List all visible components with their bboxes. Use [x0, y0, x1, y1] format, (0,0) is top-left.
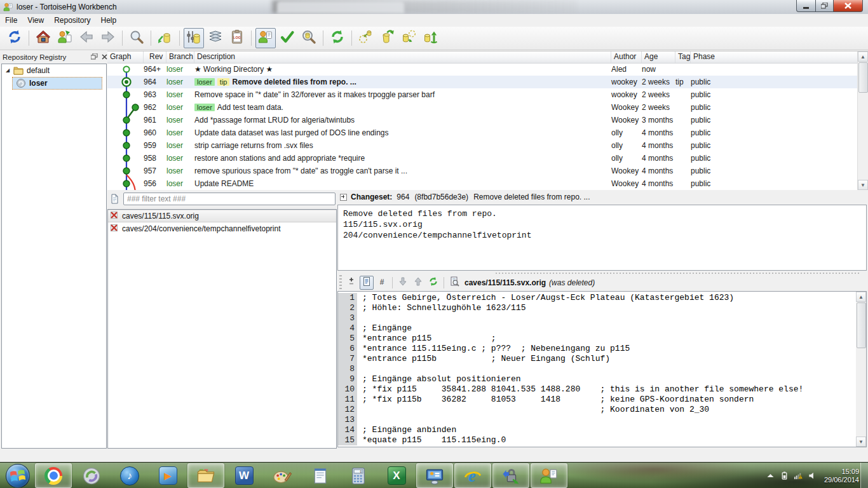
code-line: 15*equate p115 115.115eing.0: [338, 435, 856, 445]
paint-taskbar-button[interactable]: [264, 463, 301, 488]
changeset-summary: Remove deleted files from repo. ...: [473, 193, 590, 201]
itunes-taskbar-button[interactable]: ♪: [111, 463, 148, 488]
chevron-up-icon[interactable]: [766, 471, 775, 480]
menu-item-file[interactable]: File: [0, 15, 22, 26]
search-button[interactable]: [126, 28, 147, 48]
scrollbar-thumb[interactable]: [858, 62, 868, 93]
remote-desktop-taskbar-button[interactable]: [416, 463, 453, 488]
show-desktop-button[interactable]: [860, 463, 868, 488]
revision-row-960[interactable]: 960loserUpdate data dataset was last pur…: [107, 126, 858, 139]
revision-row-958[interactable]: 958loserrestore anon stations and add ap…: [107, 152, 858, 165]
pull-button[interactable]: [377, 28, 398, 48]
scroll-down-icon[interactable]: ▼: [858, 180, 868, 190]
arrow-down-button[interactable]: [396, 276, 410, 290]
push-button[interactable]: [421, 28, 441, 48]
annotate-button[interactable]: #: [375, 276, 389, 290]
revision-row-957[interactable]: 957loserremove spurious space from "* da…: [107, 165, 858, 177]
refresh-small-button[interactable]: [426, 276, 440, 290]
output-log-button[interactable]: LOG: [227, 28, 247, 48]
media-swirl-taskbar-button[interactable]: [73, 463, 110, 488]
checkout-button[interactable]: [55, 28, 75, 48]
filter-bar-button[interactable]: [184, 28, 204, 48]
revision-table-scrollbar[interactable]: ▲ ▼: [857, 51, 868, 190]
explorer-taskbar-button[interactable]: [187, 463, 224, 488]
close-button[interactable]: [834, 0, 863, 12]
refresh-green-button[interactable]: [327, 28, 348, 48]
internet-explorer-taskbar-button[interactable]: e: [454, 463, 491, 488]
back-button[interactable]: [76, 28, 97, 48]
excel-taskbar-button[interactable]: X: [378, 463, 415, 488]
author-cell: Aled: [611, 65, 642, 74]
file-contents-button[interactable]: [360, 276, 374, 290]
menu-item-help[interactable]: Help: [96, 15, 122, 26]
media-player-taskbar-button[interactable]: ▶: [149, 463, 186, 488]
calculator-taskbar-button[interactable]: 0: [340, 463, 377, 488]
home-button[interactable]: [33, 28, 53, 48]
chrome-taskbar-button[interactable]: [35, 463, 72, 488]
column-header-graph[interactable]: Graph: [107, 51, 144, 63]
column-header-author[interactable]: Author: [611, 51, 642, 63]
arrow-up-button[interactable]: [411, 276, 425, 290]
check-status-button[interactable]: [277, 28, 297, 48]
taskbar-clock[interactable]: 15:09 29/06/2014: [824, 468, 859, 484]
column-header-rev[interactable]: Rev: [144, 51, 166, 63]
file-magnifier-button[interactable]: [447, 276, 461, 290]
line-number: 2: [338, 303, 357, 313]
branch-cell: loser: [166, 78, 194, 86]
expander-icon[interactable]: [340, 194, 347, 201]
tree-item-loser[interactable]: loser: [12, 77, 102, 90]
commit-person-button[interactable]: [255, 28, 276, 48]
file-list-item[interactable]: caves/204/convenience/tempchannelfivetop…: [108, 222, 336, 235]
scroll-up-icon[interactable]: ▲: [858, 51, 868, 62]
scrollbar-thumb[interactable]: [857, 302, 866, 348]
file-content-scrollbar[interactable]: ▲ ▼: [856, 292, 866, 447]
search-repo-button[interactable]: [299, 28, 319, 48]
column-header-age[interactable]: Age: [642, 51, 675, 63]
word-taskbar-button[interactable]: W: [226, 463, 262, 488]
menu-item-view[interactable]: View: [22, 15, 49, 26]
scroll-down-icon[interactable]: ▼: [856, 437, 866, 447]
column-header-phase[interactable]: Phase: [691, 51, 858, 63]
network-warning-icon[interactable]: [794, 471, 803, 480]
scroll-up-icon[interactable]: ▲: [856, 292, 866, 302]
speaker-icon[interactable]: [808, 471, 817, 480]
minimize-button[interactable]: [796, 0, 816, 12]
file-list-item[interactable]: caves/115/115.svx.orig: [108, 210, 336, 222]
hg-workbench-taskbar-button[interactable]: [531, 463, 567, 488]
column-header-description[interactable]: Description: [194, 51, 611, 63]
filter-input[interactable]: [123, 193, 336, 205]
refresh-button[interactable]: [4, 28, 25, 48]
revision-row-961[interactable]: 961loserAdd *passage format LRUD for alg…: [107, 114, 858, 126]
dock-float-icon[interactable]: [90, 53, 98, 61]
code-line: 4; Eingänge: [338, 323, 856, 334]
notepad-taskbar-button[interactable]: [302, 463, 339, 488]
battery-icon[interactable]: [780, 471, 789, 480]
column-header-branch[interactable]: Branch: [166, 51, 194, 63]
revision-row-962[interactable]: 962loserloserAdd test team data.Wookey2 …: [107, 101, 858, 114]
phase-cell: public: [691, 166, 858, 175]
phase-cell: public: [691, 90, 858, 99]
splitter-handle[interactable]: [496, 273, 860, 274]
tree-expander-icon[interactable]: ◢: [6, 68, 11, 73]
forward-button[interactable]: [98, 28, 118, 48]
line-number: 9: [338, 374, 357, 384]
revision-row-964[interactable]: 964loserlosertipRemove deleted files fro…: [107, 76, 858, 88]
diff-button[interactable]: [344, 276, 358, 290]
restore-button[interactable]: [816, 0, 834, 12]
task-columns-button[interactable]: [205, 28, 226, 48]
outgoing-preview-button[interactable]: [399, 28, 419, 48]
line-text: ; Totes Gebirge, Österreich - Loser/Augs…: [357, 293, 734, 303]
revision-row-959[interactable]: 959loserstrip carriage returns from .svx…: [107, 139, 858, 152]
tree-item-default[interactable]: ◢ default: [2, 64, 106, 77]
revision-row-964wd[interactable]: 964+loser★ Working Directory ★Alednow: [107, 63, 858, 76]
column-header-tag[interactable]: Tag: [675, 51, 691, 63]
revision-row-963[interactable]: 963loserRemove space in "* date" in 32/f…: [107, 88, 858, 101]
load-all-button[interactable]: [155, 28, 175, 48]
start-orb-taskbar-button[interactable]: [2, 464, 34, 487]
line-text: [357, 415, 362, 425]
hg-sync-taskbar-button[interactable]: [492, 463, 529, 488]
incoming-preview-button[interactable]: [356, 28, 376, 48]
checkout-icon: [57, 29, 72, 47]
revision-row-956[interactable]: 956loserUpdate READMEWookey4 monthspubli…: [107, 177, 858, 190]
menu-item-repository[interactable]: Repository: [49, 15, 95, 26]
